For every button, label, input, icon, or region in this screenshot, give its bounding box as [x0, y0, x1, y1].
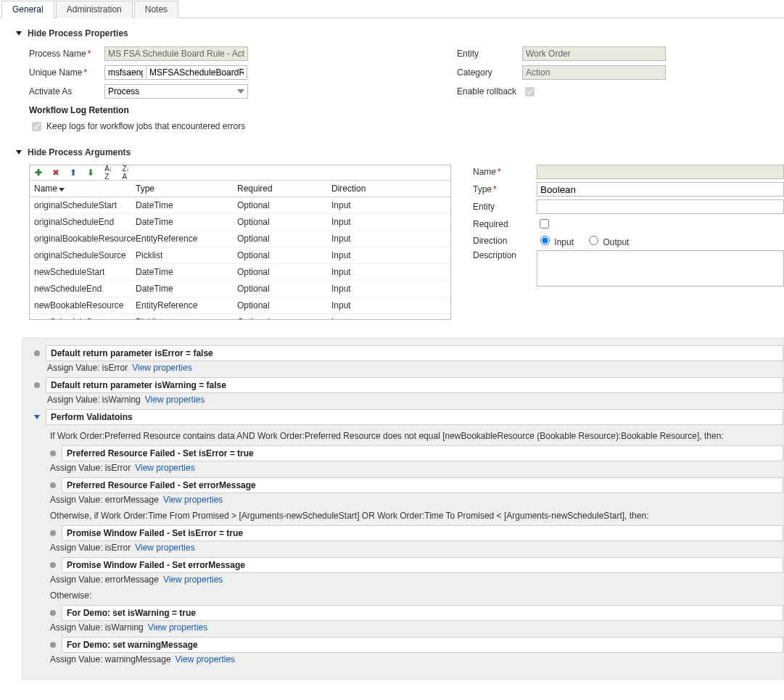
- arg-type-cell: EntityReference: [136, 234, 237, 244]
- arg-direction-cell: Input: [331, 200, 418, 210]
- tab-strip: General Administration Notes: [0, 0, 784, 18]
- activate-as-select[interactable]: Process: [104, 84, 248, 99]
- table-row[interactable]: newBookableResourceEntityReferenceOption…: [30, 297, 450, 314]
- step-title[interactable]: For Demo: set isWarning = true: [62, 605, 783, 621]
- view-properties-link[interactable]: View properties: [145, 395, 205, 405]
- arg-name-cell: originalScheduleEnd: [34, 217, 136, 227]
- assign-value-target: isError: [105, 463, 131, 473]
- arg-description-label: Description: [473, 250, 537, 260]
- step-title[interactable]: Promise Window Failed - Set isError = tr…: [62, 525, 783, 541]
- bullet-icon: [50, 450, 56, 456]
- chevron-down-icon: [16, 31, 22, 36]
- table-row[interactable]: newScheduleEndDateTimeOptionalInput: [30, 281, 450, 297]
- log-retention-label: Keep logs for workflow jobs that encount…: [46, 121, 245, 131]
- bullet-icon: [34, 382, 40, 388]
- assign-value-label: Assign Value:: [47, 395, 100, 405]
- table-row[interactable]: originalScheduleEndDateTimeOptionalInput: [30, 214, 450, 231]
- tab-notes[interactable]: Notes: [134, 1, 178, 18]
- enable-rollback-checkbox: [525, 87, 535, 96]
- move-up-button[interactable]: ⬆: [67, 167, 79, 178]
- section-process-arguments-toggle[interactable]: Hide Process Arguments: [0, 137, 784, 162]
- assign-value-target: isWarning: [102, 395, 141, 405]
- sort-indicator-icon: [59, 188, 65, 192]
- bullet-icon: [50, 530, 56, 536]
- table-row[interactable]: originalScheduleStartDateTimeOptionalInp…: [30, 197, 450, 214]
- arg-required-cell: Optional: [237, 300, 331, 310]
- assign-value-label: Assign Value:: [50, 575, 103, 585]
- unique-name-prefix-input[interactable]: [104, 65, 147, 80]
- table-row[interactable]: originalBookableResourceEntityReferenceO…: [30, 231, 450, 247]
- bullet-icon: [50, 562, 56, 568]
- assign-value-target: errorMessage: [105, 495, 159, 505]
- col-name-header[interactable]: Name: [34, 184, 136, 194]
- arg-name-cell: newScheduleStart: [34, 267, 136, 277]
- arg-type-input[interactable]: [537, 182, 784, 197]
- view-properties-link[interactable]: View properties: [135, 463, 195, 473]
- assign-value-target: warningMessage: [105, 654, 171, 664]
- view-properties-link[interactable]: View properties: [135, 543, 195, 553]
- arg-required-cell: Optional: [237, 234, 331, 244]
- tab-administration[interactable]: Administration: [56, 1, 133, 18]
- assign-value-target: isWarning: [105, 622, 144, 633]
- log-retention-checkbox: [32, 122, 41, 131]
- arg-direction-cell: Input: [331, 284, 418, 294]
- arg-required-cell: Optional: [237, 317, 331, 319]
- view-properties-link[interactable]: View properties: [163, 495, 223, 505]
- step-title[interactable]: Promise Window Failed - Set errorMessage: [62, 557, 783, 573]
- tab-general[interactable]: General: [1, 1, 54, 18]
- label-entity: Entity: [457, 49, 522, 59]
- delete-argument-button[interactable]: ✖: [50, 167, 62, 178]
- arg-type-cell: EntityReference: [136, 300, 237, 310]
- unique-name-input[interactable]: [146, 65, 247, 80]
- arg-type-cell: DateTime: [136, 217, 237, 227]
- step-title[interactable]: Default return parameter isWarning = fal…: [46, 377, 783, 393]
- view-properties-link[interactable]: View properties: [163, 575, 223, 585]
- col-type-header[interactable]: Type: [136, 184, 237, 194]
- arg-entity-label: Entity: [473, 202, 537, 212]
- process-name-input: [104, 46, 248, 61]
- move-down-button[interactable]: ⬇: [85, 167, 96, 178]
- label-enable-rollback: Enable rollback: [457, 86, 522, 96]
- argument-form: Name* Type* Entity Required Direction In…: [473, 165, 784, 320]
- condition-text: Otherwise:: [50, 590, 783, 601]
- sort-desc-button[interactable]: Z↓A: [120, 167, 131, 178]
- step-title[interactable]: Preferred Resource Failed - Set isError …: [62, 445, 783, 461]
- sort-asc-button[interactable]: A↓Z: [102, 167, 114, 178]
- arrow-down-icon: ⬇: [87, 168, 94, 178]
- arg-type-cell: DateTime: [136, 200, 237, 210]
- view-properties-link[interactable]: View properties: [176, 654, 236, 664]
- arg-direction-cell: Input: [331, 234, 418, 244]
- arg-name-cell: newScheduleEnd: [34, 284, 136, 294]
- step-title[interactable]: Perform Validatoins: [46, 409, 783, 425]
- entity-input: [522, 46, 666, 61]
- col-required-header[interactable]: Required: [237, 184, 331, 194]
- step-title[interactable]: Preferred Resource Failed - Set errorMes…: [62, 477, 783, 493]
- direction-input-radio[interactable]: Input: [537, 234, 574, 247]
- arg-required-cell: Optional: [237, 200, 331, 210]
- table-row[interactable]: originalScheduleSourcePicklistOptionalIn…: [30, 247, 450, 264]
- bullet-icon: [50, 482, 56, 488]
- condition-text: Otherwise, if Work Order:Time From Promi…: [50, 511, 783, 521]
- assign-value-label: Assign Value:: [50, 543, 103, 553]
- arg-required-checkbox[interactable]: [540, 219, 549, 228]
- arg-name-label: Name*: [473, 167, 537, 177]
- arg-entity-input[interactable]: [537, 199, 784, 214]
- arg-name-input: [537, 165, 784, 179]
- arg-description-textarea[interactable]: [537, 250, 784, 287]
- view-properties-link[interactable]: View properties: [148, 622, 208, 633]
- category-input: [522, 65, 666, 80]
- direction-output-radio[interactable]: Output: [585, 234, 629, 247]
- table-row[interactable]: newScheduleStartDateTimeOptionalInput: [30, 264, 450, 281]
- view-properties-link[interactable]: View properties: [132, 363, 192, 373]
- log-retention-header: Workflow Log Retention: [29, 105, 457, 115]
- section-process-properties-toggle[interactable]: Hide Process Properties: [0, 18, 784, 43]
- step-title[interactable]: For Demo: set warningMessage: [62, 637, 783, 653]
- arg-direction-label: Direction: [473, 236, 537, 246]
- arg-direction-cell: Input: [331, 250, 418, 260]
- step-title[interactable]: Default return parameter isError = false: [46, 345, 783, 361]
- table-row[interactable]: newScheduleSourcePicklistOptionalInput: [30, 314, 450, 319]
- add-argument-button[interactable]: ✚: [33, 167, 44, 178]
- col-direction-header[interactable]: Direction: [331, 184, 418, 194]
- arg-name-cell: newScheduleSource: [34, 317, 136, 319]
- assign-value-label: Assign Value:: [50, 622, 103, 633]
